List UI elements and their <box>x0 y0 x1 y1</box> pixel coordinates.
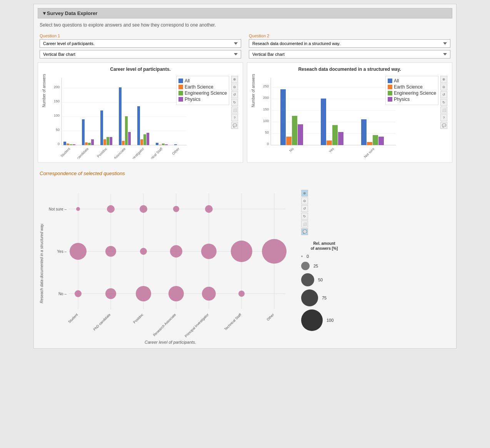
bubble-legend-toolbar: ⊕ ⊖ ↺ ↻ ⬜ 💬 Rel. amountof answers [%] 0 <box>301 182 347 344</box>
svg-rect-15 <box>82 119 85 145</box>
legend-all: All <box>178 78 227 84</box>
legend-physics: Physics <box>178 97 227 102</box>
svg-rect-26 <box>128 132 131 145</box>
comment-btn[interactable]: 💬 <box>231 122 238 129</box>
subtitle: Select two questions to explore answers … <box>38 22 452 28</box>
bubble-svg: Not sure – Yes – No – Student PhD candid… <box>47 182 293 344</box>
chart2-y-label: Number of answers <box>251 74 255 107</box>
chart2-title: Reseach data documented in a structured … <box>251 67 448 72</box>
svg-text:No –: No – <box>58 292 67 296</box>
svg-point-98 <box>140 248 147 255</box>
svg-rect-13 <box>70 144 72 145</box>
svg-rect-57 <box>286 137 292 145</box>
chart2-help[interactable]: ? <box>440 114 447 121</box>
chart2-legend: All Earth Science Engineering Science <box>385 76 438 105</box>
legend-eng: Engineering Science <box>178 90 227 96</box>
svg-rect-12 <box>67 144 69 145</box>
svg-text:PhD candidate: PhD candidate <box>71 147 90 159</box>
svg-rect-11 <box>63 142 66 145</box>
svg-rect-25 <box>125 116 128 145</box>
chart1-y-label: Number of answers <box>42 74 46 107</box>
svg-rect-66 <box>373 135 378 145</box>
svg-text:Research Associate: Research Associate <box>152 313 177 337</box>
svg-text:150: 150 <box>54 99 60 103</box>
svg-rect-33 <box>162 144 165 145</box>
chart2-svg: 0 50 100 150 200 250 <box>257 74 403 159</box>
legend-50-circle <box>301 273 314 286</box>
chart2-redo[interactable]: ↻ <box>440 99 447 106</box>
svg-point-92 <box>107 205 115 213</box>
legend-100-circle <box>301 309 323 331</box>
legend-earth-color <box>178 85 183 89</box>
svg-text:0: 0 <box>58 142 60 146</box>
svg-rect-34 <box>165 144 168 145</box>
svg-text:250: 250 <box>263 84 269 88</box>
chart1-title: Career level of participants. <box>42 67 239 72</box>
svg-rect-60 <box>321 99 326 145</box>
svg-text:Student: Student <box>67 313 78 324</box>
svg-rect-32 <box>159 145 162 145</box>
svg-rect-24 <box>122 141 125 145</box>
svg-text:Principal Investigator: Principal Investigator <box>184 313 209 338</box>
zoom-out-btn[interactable]: ⊖ <box>231 84 238 90</box>
question1-label: Question 1 <box>40 33 241 38</box>
chart-type1-select[interactable]: Vertical Bar chart <box>40 50 241 59</box>
svg-rect-64 <box>361 119 367 145</box>
legend-100: 100 <box>301 309 347 331</box>
question1-col: Question 1 Career level of participants.… <box>40 33 241 59</box>
svg-point-96 <box>70 243 87 260</box>
bubble-undo[interactable]: ↺ <box>301 205 308 212</box>
svg-text:PhD candidate: PhD candidate <box>93 313 112 331</box>
legend-25-circle <box>301 262 310 270</box>
chart2-download[interactable]: ⬜ <box>440 107 447 114</box>
svg-rect-58 <box>292 116 297 145</box>
svg-rect-59 <box>298 124 303 145</box>
svg-text:Other: Other <box>171 147 180 155</box>
help-btn[interactable]: ? <box>231 114 238 121</box>
svg-text:Not sure –: Not sure – <box>49 207 67 211</box>
svg-point-95 <box>205 205 213 213</box>
bubble-zoom-out[interactable]: ⊖ <box>301 197 308 204</box>
chart2-comment[interactable]: 💬 <box>440 122 447 129</box>
bubble-y-label: Reseach data documented in a structured … <box>40 182 47 344</box>
svg-point-108 <box>238 291 245 297</box>
chart2-container: Reseach data documented in a structured … <box>247 62 452 163</box>
svg-text:Technical Staff: Technical Staff <box>223 313 242 331</box>
title-bar: ▼Survey Data Explorer <box>38 8 452 18</box>
svg-text:50: 50 <box>265 130 269 134</box>
svg-rect-61 <box>327 140 332 145</box>
svg-point-91 <box>76 207 80 211</box>
svg-point-93 <box>140 205 147 213</box>
svg-rect-31 <box>156 143 158 145</box>
bubble-legend: 0 25 50 75 1 <box>301 254 347 331</box>
chart-type2-select[interactable]: Vertical Bar chart <box>249 50 450 59</box>
svg-rect-16 <box>85 142 88 145</box>
download-btn[interactable]: ⬜ <box>231 107 238 114</box>
bubble-comment[interactable]: 💬 <box>301 228 308 235</box>
chart2-zoom-in[interactable]: ⊕ <box>440 76 447 83</box>
svg-rect-20 <box>103 139 106 145</box>
legend-0-circle <box>301 256 303 257</box>
correspondence-title: Correspondence of selected questions <box>40 171 450 176</box>
chart2-toolbar: ⊕ ⊖ ↺ ↻ ⬜ ? 💬 <box>440 76 447 129</box>
bubble-zoom-in[interactable]: ⊕ <box>301 190 308 197</box>
svg-text:200: 200 <box>54 85 60 89</box>
svg-text:100: 100 <box>54 114 60 117</box>
undo-btn[interactable]: ↺ <box>231 91 238 98</box>
correspondence-section: Correspondence of selected questions Res… <box>38 171 452 344</box>
bubble-chart-wrapper: Reseach data documented in a structured … <box>40 182 450 344</box>
bubble-download[interactable]: ⬜ <box>301 221 308 227</box>
question2-col: Question 2 Reseach data documented in a … <box>249 33 450 59</box>
chart1-container: Career level of participants. Number of … <box>38 62 243 163</box>
chart2-undo[interactable]: ↺ <box>440 91 447 98</box>
redo-btn[interactable]: ↻ <box>231 99 238 106</box>
zoom-in-btn[interactable]: ⊕ <box>231 76 238 83</box>
question1-select[interactable]: Career level of participants. <box>40 39 241 48</box>
svg-text:Technical Staff: Technical Staff <box>145 147 163 159</box>
svg-text:Postdoc: Postdoc <box>96 147 108 158</box>
bubble-redo[interactable]: ↻ <box>301 213 308 220</box>
chart2-zoom-out[interactable]: ⊖ <box>440 84 447 90</box>
question2-select[interactable]: Reseach data documented in a structured … <box>249 39 450 48</box>
legend-physics-color <box>178 97 183 102</box>
app-title: ▼Survey Data Explorer <box>42 10 97 16</box>
